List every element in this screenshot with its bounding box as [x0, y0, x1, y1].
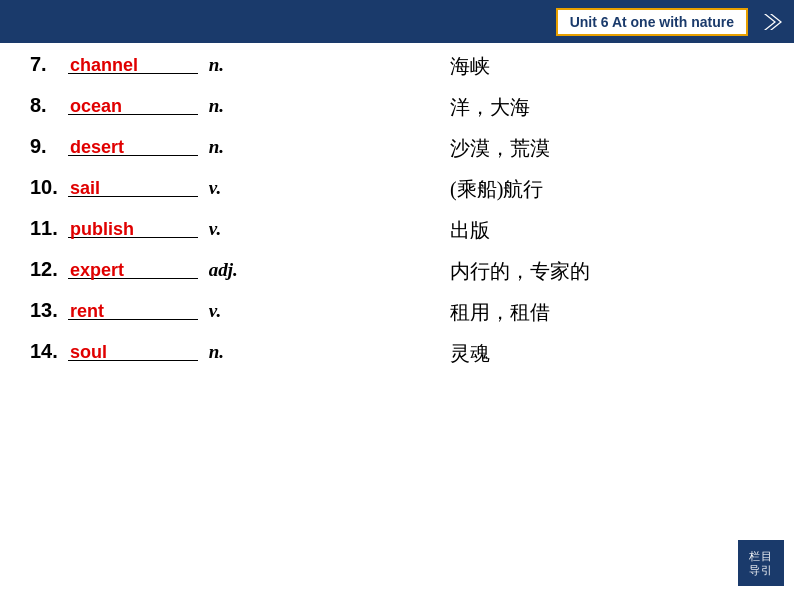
chinese-definition: 出版	[450, 217, 490, 244]
chinese-definition: (乘船)航行	[450, 176, 543, 203]
blank-word: channel	[68, 55, 198, 76]
item-number: 9.	[30, 135, 68, 158]
table-row: 12. expert adj. 内行的，专家的	[30, 258, 764, 281]
part-of-speech: n.	[204, 341, 224, 363]
word-label: soul	[68, 342, 109, 363]
word-label: rent	[68, 301, 106, 322]
table-row: 14. soul n. 灵魂	[30, 340, 764, 363]
part-of-speech: n.	[204, 136, 224, 158]
table-row: 11. publish v. 出版	[30, 217, 764, 240]
word-label: channel	[68, 55, 140, 76]
part-of-speech: adj.	[204, 259, 238, 281]
table-row: 13. rent v. 租用，租借	[30, 299, 764, 322]
chinese-definition: 内行的，专家的	[450, 258, 590, 285]
part-of-speech: v.	[204, 218, 221, 240]
blank-word: expert	[68, 260, 198, 281]
chinese-definition: 沙漠，荒漠	[450, 135, 550, 162]
nav-button[interactable]: 栏目导引	[738, 540, 784, 586]
blank-word: desert	[68, 137, 198, 158]
word-label: expert	[68, 260, 126, 281]
word-label: publish	[68, 219, 136, 240]
table-row: 8. ocean n. 洋，大海	[30, 94, 764, 117]
chinese-definition: 海峡	[450, 53, 490, 80]
word-label: desert	[68, 137, 126, 158]
chevron-right-icon	[756, 6, 788, 38]
unit-badge: Unit 6 At one with nature	[556, 8, 748, 36]
part-of-speech: v.	[204, 300, 221, 322]
blank-word: soul	[68, 342, 198, 363]
part-of-speech: n.	[204, 54, 224, 76]
header: Unit 6 At one with nature	[0, 0, 794, 43]
word-label: sail	[68, 178, 102, 199]
main-content: 7. channel n. 海峡 8. ocean n. 洋，大海 9. des…	[30, 53, 764, 546]
chinese-definition: 灵魂	[450, 340, 490, 367]
item-number: 11.	[30, 217, 68, 240]
item-number: 7.	[30, 53, 68, 76]
table-row: 7. channel n. 海峡	[30, 53, 764, 76]
item-number: 10.	[30, 176, 68, 199]
item-number: 12.	[30, 258, 68, 281]
blank-word: rent	[68, 301, 198, 322]
chinese-definition: 租用，租借	[450, 299, 550, 326]
part-of-speech: n.	[204, 95, 224, 117]
chinese-definition: 洋，大海	[450, 94, 530, 121]
blank-word: sail	[68, 178, 198, 199]
item-number: 14.	[30, 340, 68, 363]
nav-button-text: 栏目导引	[749, 549, 773, 578]
table-row: 10. sail v. (乘船)航行	[30, 176, 764, 199]
item-number: 8.	[30, 94, 68, 117]
blank-word: publish	[68, 219, 198, 240]
item-number: 13.	[30, 299, 68, 322]
word-label: ocean	[68, 96, 124, 117]
blank-word: ocean	[68, 96, 198, 117]
part-of-speech: v.	[204, 177, 221, 199]
table-row: 9. desert n. 沙漠，荒漠	[30, 135, 764, 158]
